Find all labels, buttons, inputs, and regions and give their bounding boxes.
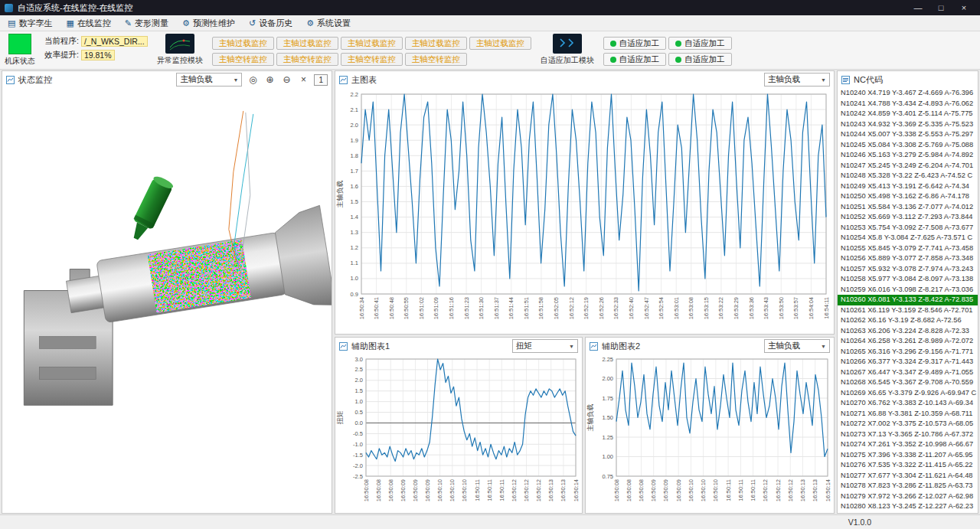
zoom-level-indicator[interactable]: 1	[314, 74, 328, 86]
nc-line[interactable]: N10263 X6.206 Y-3.224 Z-8.828 A-72.33	[838, 326, 978, 337]
nc-line[interactable]: N10257 X5.932 Y-3.078 Z-7.974 A-73.243	[838, 264, 978, 275]
nc-line[interactable]: N10242 X4.859 Y-3.401 Z-5.114 A-75.775	[838, 109, 978, 119]
nc-line[interactable]: N10243 X4.932 Y-3.369 Z-5.335 A-75.523	[838, 119, 978, 130]
adaptive-machining-button-2[interactable]: 自适应加工	[668, 37, 732, 50]
nc-line[interactable]: N10245 X5.084 Y-3.308 Z-5.769 A-75.088	[838, 140, 978, 151]
close-view-icon[interactable]: ×	[297, 74, 309, 85]
menu-item-deform-measure[interactable]: ✎ 变形测量	[125, 18, 168, 29]
zoom-out-icon[interactable]: ⊖	[280, 74, 292, 85]
pan-icon[interactable]: ◎	[247, 74, 259, 85]
adaptive-machining-button-4[interactable]: 自适应加工	[668, 53, 732, 66]
svg-text:16:50:41: 16:50:41	[373, 297, 380, 319]
nc-line[interactable]: N10251 X5.584 Y-3.136 Z-7.077 A-74.012	[838, 202, 978, 213]
svg-text:16:50:12: 16:50:12	[511, 479, 518, 501]
nc-line[interactable]: N10267 X6.447 Y-3.347 Z-9.489 A-71.055	[838, 367, 978, 378]
program-info-block: 当前程序: /_N_WKS_DIR... 效率提升: 19.81%	[44, 34, 148, 60]
svg-text:-0.5: -0.5	[353, 430, 363, 437]
main-chart-signal-dropdown[interactable]: 主轴负载 ▼	[764, 73, 830, 87]
nc-line[interactable]: N10253 X5.754 Y-3.092 Z-7.508 A-73.677	[838, 223, 978, 233]
nc-line[interactable]: N10276 X7.535 Y-3.322 Z-11.415 A-65.22	[838, 460, 978, 471]
svg-text:16:50:10: 16:50:10	[700, 479, 707, 501]
idle-monitor-button-3[interactable]: 主轴空转监控	[341, 53, 403, 66]
zoom-in-icon[interactable]: ⊕	[263, 74, 276, 85]
chart-icon	[590, 342, 598, 351]
nc-line[interactable]: N10259 X6.016 Y-3.098 Z-8.217 A-73.036	[838, 285, 978, 296]
nc-line[interactable]: N10256 X5.889 Y-3.077 Z-7.858 A-73.348	[838, 253, 978, 264]
menu-item-system-settings[interactable]: ⚙ 系统设置	[306, 18, 351, 29]
nc-line[interactable]: N10269 X6.65 Y-3.379 Z-9.926 A-69.947 C	[838, 388, 978, 399]
svg-text:16:50:12: 16:50:12	[775, 479, 782, 501]
chevron-down-icon: ▼	[821, 77, 826, 83]
nc-line[interactable]: N10250 X5.498 Y-3.162 Z-6.86 A-74.178	[838, 191, 978, 202]
nc-line[interactable]: N10252 X5.669 Y-3.112 Z-7.293 A-73.844	[838, 212, 978, 223]
aux2-signal-dropdown[interactable]: 主轴负载 ▼	[764, 339, 830, 353]
svg-text:16:50:48: 16:50:48	[388, 297, 395, 319]
aux1-signal-dropdown[interactable]: 扭矩 ▼	[512, 339, 578, 353]
svg-text:16:50:08: 16:50:08	[613, 479, 620, 501]
nc-line[interactable]: N10255 X5.845 Y-3.079 Z-7.741 A-73.458	[838, 243, 978, 254]
machine-status-indicator	[8, 34, 31, 54]
nc-line[interactable]: N10241 X4.788 Y-3.434 Z-4.893 A-76.062	[838, 99, 978, 109]
nc-line[interactable]: N10280 X8.123 Y-3.245 Z-12.227 A-62.23	[838, 501, 978, 512]
nc-line[interactable]: N10258 X5.977 Y-3.084 Z-8.097 A-73.138	[838, 274, 978, 285]
svg-text:1.75: 1.75	[602, 395, 613, 402]
nc-line[interactable]: N10270 X6.762 Y-3.383 Z-10.143 A-69.34	[838, 398, 978, 409]
nc-line[interactable]: N10279 X7.972 Y-3.266 Z-12.027 A-62.98	[838, 491, 978, 502]
nc-line[interactable]: N10265 X6.316 Y-3.296 Z-9.156 A-71.771	[838, 347, 978, 358]
version-label: V1.0.0	[848, 518, 871, 527]
overload-monitor-button-2[interactable]: 主轴过载监控	[276, 37, 338, 50]
svg-text:16:50:14: 16:50:14	[573, 479, 580, 501]
overload-monitor-button-4[interactable]: 主轴过载监控	[405, 37, 467, 50]
idle-monitor-button-2[interactable]: 主轴空转监控	[276, 53, 338, 66]
menu-item-predictive-maintenance[interactable]: ⚙ 预测性维护	[182, 18, 235, 29]
adaptive-machining-button-3[interactable]: 自适应加工	[603, 53, 667, 66]
nc-line[interactable]: N10246 X5.163 Y-3.279 Z-5.984 A-74.892	[838, 150, 978, 161]
nc-line[interactable]: N10262 X6.16 Y-3.19 Z-8.682 A-72.56	[838, 315, 978, 326]
maximize-button[interactable]: □	[929, 3, 952, 12]
signal-select-dropdown[interactable]: 主轴负载 ▼	[176, 73, 242, 87]
nc-line[interactable]: N10273 X7.13 Y-3.365 Z-10.786 A-67.372	[838, 429, 978, 440]
overload-monitor-button-5[interactable]: 主轴过载监控	[469, 37, 531, 50]
idle-monitor-button-1[interactable]: 主轴空转监控	[212, 53, 274, 66]
minimize-button[interactable]: —	[906, 3, 929, 12]
nc-line[interactable]: N10278 X7.823 Y-3.286 Z-11.825 A-63.73	[838, 481, 978, 491]
nc-line[interactable]: N10249 X5.413 Y-3.191 Z-6.642 A-74.34	[838, 181, 978, 192]
svg-text:16:50:09: 16:50:09	[412, 479, 419, 501]
nc-line[interactable]: N10268 X6.545 Y-3.367 Z-9.708 A-70.559	[838, 377, 978, 388]
menu-item-device-history[interactable]: ↺ 设备历史	[249, 18, 292, 29]
nc-line[interactable]: N10271 X6.88 Y-3.381 Z-10.359 A-68.711	[838, 409, 978, 420]
overload-monitor-button-1[interactable]: 主轴过载监控	[212, 37, 274, 50]
nc-line[interactable]: N10260 X6.081 Y-3.133 Z-8.422 A-72.835	[838, 295, 978, 305]
svg-text:16:53:43: 16:53:43	[763, 297, 769, 319]
nc-line[interactable]: N10275 X7.396 Y-3.338 Z-11.207 A-65.95	[838, 450, 978, 461]
idle-monitor-button-4[interactable]: 主轴空转监控	[405, 53, 467, 66]
svg-text:1.6: 1.6	[351, 183, 358, 190]
svg-text:1.1: 1.1	[351, 260, 358, 266]
nc-line[interactable]: N10274 X7.261 Y-3.352 Z-10.998 A-66.67	[838, 439, 978, 450]
svg-text:16:50:08: 16:50:08	[638, 479, 645, 501]
svg-text:1.5: 1.5	[355, 387, 363, 394]
nc-line[interactable]: N10264 X6.258 Y-3.261 Z-8.989 A-72.072	[838, 336, 978, 347]
svg-text:16:50:09: 16:50:09	[400, 479, 407, 501]
nc-line[interactable]: N10254 X5.8 Y-3.084 Z-7.625 A-73.571 C	[838, 233, 978, 243]
adaptive-machining-button-1[interactable]: 自适应加工	[603, 37, 667, 50]
overload-monitor-button-3[interactable]: 主轴过载监控	[341, 37, 403, 50]
nc-line[interactable]: N10247 X5.245 Y-3.249 Z-6.204 A-74.701	[838, 161, 978, 171]
nc-line[interactable]: N10244 X5.007 Y-3.338 Z-5.553 A-75.297	[838, 129, 978, 140]
nc-line[interactable]: N10261 X6.119 Y-3.159 Z-8.546 A-72.701	[838, 305, 978, 316]
nc-line[interactable]: N10248 X5.328 Y-3.22 Z-6.423 A-74.52 C	[838, 171, 978, 181]
status-monitor-panel: 状态监控 主轴负载 ▼ ◎ ⊕ ⊖ × 1	[2, 70, 332, 514]
menu-item-online-monitor[interactable]: ▦ 在线监控	[66, 18, 110, 29]
svg-text:16:50:12: 16:50:12	[535, 479, 542, 501]
nc-line[interactable]: N10272 X7.002 Y-3.375 Z-10.573 A-68.05	[838, 419, 978, 429]
nc-line[interactable]: N10266 X6.377 Y-3.324 Z-9.317 A-71.443	[838, 357, 978, 367]
svg-text:16:50:11: 16:50:11	[474, 479, 481, 501]
nc-line[interactable]: N10240 X4.719 Y-3.467 Z-4.669 A-76.396	[838, 88, 978, 99]
green-status-dot	[675, 41, 681, 47]
svg-text:16:53:57: 16:53:57	[792, 297, 799, 319]
menu-item-digital-twin[interactable]: ▤ 数字孪生	[8, 18, 52, 29]
aux2-chart-area: 16:50:0816:50:0816:50:0816:50:0916:50:09…	[586, 354, 834, 513]
close-button[interactable]: ×	[952, 3, 975, 12]
machine-3d-viewport[interactable]	[2, 88, 332, 513]
nc-line[interactable]: N10277 X7.677 Y-3.304 Z-11.621 A-64.48	[838, 471, 978, 482]
